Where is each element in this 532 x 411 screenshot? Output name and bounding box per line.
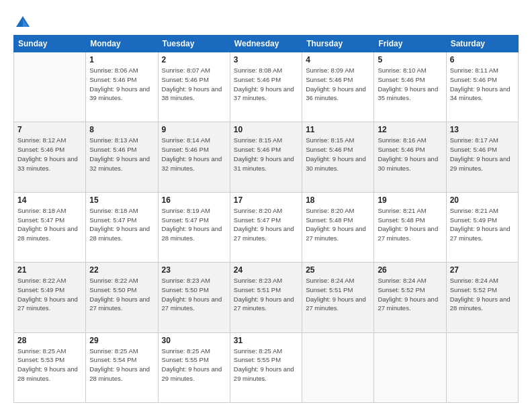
day-number: 16 xyxy=(162,195,226,205)
day-info: Sunrise: 8:23 AMSunset: 5:51 PMDaylight:… xyxy=(234,276,298,313)
day-info: Sunrise: 8:20 AMSunset: 5:47 PMDaylight:… xyxy=(234,206,298,243)
calendar-cell xyxy=(374,332,446,402)
day-number: 18 xyxy=(306,195,370,205)
day-number: 30 xyxy=(162,336,226,345)
day-info: Sunrise: 8:14 AMSunset: 5:46 PMDaylight:… xyxy=(162,136,226,173)
day-number: 7 xyxy=(17,125,82,134)
calendar-cell: 20Sunrise: 8:21 AMSunset: 5:49 PMDayligh… xyxy=(446,192,518,262)
day-number: 2 xyxy=(162,55,226,64)
calendar-cell: 23Sunrise: 8:23 AMSunset: 5:50 PMDayligh… xyxy=(158,263,230,332)
day-number: 13 xyxy=(450,125,515,134)
calendar-cell: 19Sunrise: 8:21 AMSunset: 5:48 PMDayligh… xyxy=(374,192,446,262)
day-number: 28 xyxy=(17,336,82,345)
calendar-cell: 11Sunrise: 8:15 AMSunset: 5:46 PMDayligh… xyxy=(302,122,374,192)
calendar-cell: 5Sunrise: 8:10 AMSunset: 5:46 PMDaylight… xyxy=(374,52,446,122)
weekday-header-monday: Monday xyxy=(86,36,158,52)
header xyxy=(13,11,519,32)
day-info: Sunrise: 8:21 AMSunset: 5:49 PMDaylight:… xyxy=(450,206,515,243)
calendar-cell: 2Sunrise: 8:07 AMSunset: 5:46 PMDaylight… xyxy=(158,52,230,122)
day-number: 6 xyxy=(450,55,515,64)
calendar-cell: 31Sunrise: 8:25 AMSunset: 5:55 PMDayligh… xyxy=(230,332,302,402)
day-number: 8 xyxy=(89,125,154,134)
day-info: Sunrise: 8:22 AMSunset: 5:50 PMDaylight:… xyxy=(89,276,154,313)
day-number: 3 xyxy=(234,55,298,64)
calendar-cell: 16Sunrise: 8:19 AMSunset: 5:47 PMDayligh… xyxy=(158,192,230,262)
day-info: Sunrise: 8:21 AMSunset: 5:48 PMDaylight:… xyxy=(378,206,442,243)
day-info: Sunrise: 8:18 AMSunset: 5:47 PMDaylight:… xyxy=(89,206,154,243)
day-number: 24 xyxy=(234,265,298,275)
day-number: 23 xyxy=(162,265,226,275)
day-info: Sunrise: 8:13 AMSunset: 5:46 PMDaylight:… xyxy=(89,136,154,173)
day-number: 1 xyxy=(89,55,154,64)
calendar-week-row: 7Sunrise: 8:12 AMSunset: 5:46 PMDaylight… xyxy=(14,122,519,192)
weekday-header-thursday: Thursday xyxy=(302,36,374,52)
calendar-cell: 25Sunrise: 8:24 AMSunset: 5:51 PMDayligh… xyxy=(302,263,374,332)
calendar-week-row: 14Sunrise: 8:18 AMSunset: 5:47 PMDayligh… xyxy=(14,192,519,262)
day-number: 9 xyxy=(162,125,226,134)
calendar-cell: 9Sunrise: 8:14 AMSunset: 5:46 PMDaylight… xyxy=(158,122,230,192)
calendar-cell: 4Sunrise: 8:09 AMSunset: 5:46 PMDaylight… xyxy=(302,52,374,122)
calendar: SundayMondayTuesdayWednesdayThursdayFrid… xyxy=(13,35,519,403)
calendar-cell: 17Sunrise: 8:20 AMSunset: 5:47 PMDayligh… xyxy=(230,192,302,262)
day-info: Sunrise: 8:18 AMSunset: 5:47 PMDaylight:… xyxy=(17,206,82,243)
weekday-header-saturday: Saturday xyxy=(446,36,518,52)
day-number: 26 xyxy=(378,265,442,275)
calendar-cell: 13Sunrise: 8:17 AMSunset: 5:46 PMDayligh… xyxy=(446,122,518,192)
day-info: Sunrise: 8:10 AMSunset: 5:46 PMDaylight:… xyxy=(378,66,442,103)
logo xyxy=(13,13,35,32)
day-number: 22 xyxy=(89,265,154,275)
calendar-cell: 15Sunrise: 8:18 AMSunset: 5:47 PMDayligh… xyxy=(86,192,158,262)
day-number: 29 xyxy=(89,336,154,345)
calendar-cell: 26Sunrise: 8:24 AMSunset: 5:52 PMDayligh… xyxy=(374,263,446,332)
weekday-header-tuesday: Tuesday xyxy=(158,36,230,52)
day-number: 14 xyxy=(17,195,82,205)
calendar-cell xyxy=(14,52,86,122)
day-number: 4 xyxy=(306,55,370,64)
day-number: 11 xyxy=(306,125,370,134)
day-number: 20 xyxy=(450,195,515,205)
calendar-cell: 12Sunrise: 8:16 AMSunset: 5:46 PMDayligh… xyxy=(374,122,446,192)
day-number: 5 xyxy=(378,55,442,64)
calendar-cell xyxy=(302,332,374,402)
calendar-week-row: 28Sunrise: 8:25 AMSunset: 5:53 PMDayligh… xyxy=(14,332,519,402)
day-info: Sunrise: 8:23 AMSunset: 5:50 PMDaylight:… xyxy=(162,276,226,313)
calendar-cell: 29Sunrise: 8:25 AMSunset: 5:54 PMDayligh… xyxy=(86,332,158,402)
day-info: Sunrise: 8:12 AMSunset: 5:46 PMDaylight:… xyxy=(17,136,82,173)
calendar-week-row: 21Sunrise: 8:22 AMSunset: 5:49 PMDayligh… xyxy=(14,263,519,332)
day-info: Sunrise: 8:16 AMSunset: 5:46 PMDaylight:… xyxy=(378,136,442,173)
day-info: Sunrise: 8:15 AMSunset: 5:46 PMDaylight:… xyxy=(306,136,370,173)
day-info: Sunrise: 8:25 AMSunset: 5:53 PMDaylight:… xyxy=(17,347,82,383)
calendar-cell: 10Sunrise: 8:15 AMSunset: 5:46 PMDayligh… xyxy=(230,122,302,192)
day-info: Sunrise: 8:24 AMSunset: 5:52 PMDaylight:… xyxy=(450,276,515,313)
day-info: Sunrise: 8:20 AMSunset: 5:48 PMDaylight:… xyxy=(306,206,370,243)
page: SundayMondayTuesdayWednesdayThursdayFrid… xyxy=(0,0,532,411)
calendar-week-row: 1Sunrise: 8:06 AMSunset: 5:46 PMDaylight… xyxy=(14,52,519,122)
calendar-cell: 22Sunrise: 8:22 AMSunset: 5:50 PMDayligh… xyxy=(86,263,158,332)
day-number: 27 xyxy=(450,265,515,275)
calendar-cell: 8Sunrise: 8:13 AMSunset: 5:46 PMDaylight… xyxy=(86,122,158,192)
day-info: Sunrise: 8:25 AMSunset: 5:55 PMDaylight:… xyxy=(162,347,226,383)
logo-icon xyxy=(13,13,32,32)
weekday-header-row: SundayMondayTuesdayWednesdayThursdayFrid… xyxy=(14,36,519,52)
day-number: 19 xyxy=(378,195,442,205)
day-info: Sunrise: 8:06 AMSunset: 5:46 PMDaylight:… xyxy=(89,66,154,103)
day-info: Sunrise: 8:22 AMSunset: 5:49 PMDaylight:… xyxy=(17,276,82,313)
day-number: 31 xyxy=(234,336,298,345)
calendar-cell: 30Sunrise: 8:25 AMSunset: 5:55 PMDayligh… xyxy=(158,332,230,402)
day-info: Sunrise: 8:24 AMSunset: 5:52 PMDaylight:… xyxy=(378,276,442,313)
calendar-cell: 7Sunrise: 8:12 AMSunset: 5:46 PMDaylight… xyxy=(14,122,86,192)
day-info: Sunrise: 8:09 AMSunset: 5:46 PMDaylight:… xyxy=(306,66,370,103)
calendar-cell: 1Sunrise: 8:06 AMSunset: 5:46 PMDaylight… xyxy=(86,52,158,122)
calendar-cell: 18Sunrise: 8:20 AMSunset: 5:48 PMDayligh… xyxy=(302,192,374,262)
day-info: Sunrise: 8:15 AMSunset: 5:46 PMDaylight:… xyxy=(234,136,298,173)
day-info: Sunrise: 8:25 AMSunset: 5:54 PMDaylight:… xyxy=(89,347,154,383)
day-number: 15 xyxy=(89,195,154,205)
calendar-cell: 28Sunrise: 8:25 AMSunset: 5:53 PMDayligh… xyxy=(14,332,86,402)
calendar-cell: 6Sunrise: 8:11 AMSunset: 5:46 PMDaylight… xyxy=(446,52,518,122)
calendar-cell xyxy=(446,332,518,402)
day-info: Sunrise: 8:17 AMSunset: 5:46 PMDaylight:… xyxy=(450,136,515,173)
day-info: Sunrise: 8:25 AMSunset: 5:55 PMDaylight:… xyxy=(234,347,298,383)
calendar-cell: 24Sunrise: 8:23 AMSunset: 5:51 PMDayligh… xyxy=(230,263,302,332)
day-info: Sunrise: 8:07 AMSunset: 5:46 PMDaylight:… xyxy=(162,66,226,103)
day-number: 10 xyxy=(234,125,298,134)
